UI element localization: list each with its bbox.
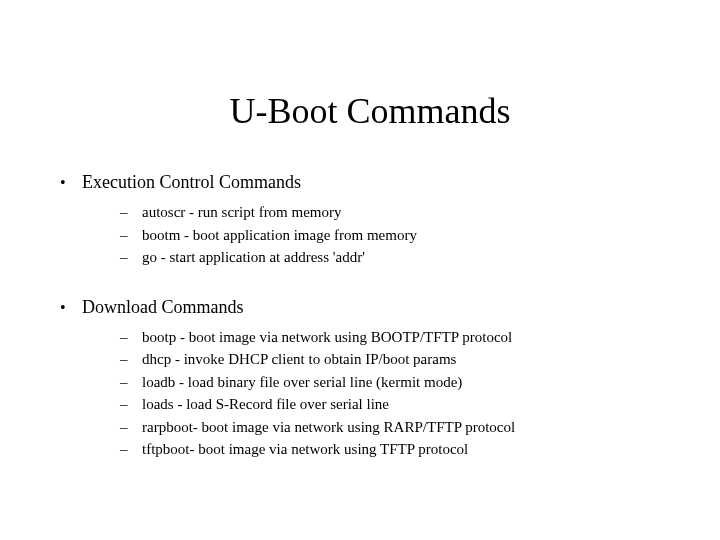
bullet-icon: • bbox=[60, 299, 82, 317]
item-text: dhcp - invoke DHCP client to obtain IP/b… bbox=[142, 348, 456, 371]
sub-list: – bootp - boot image via network using B… bbox=[120, 326, 680, 461]
dash-icon: – bbox=[120, 224, 142, 247]
section-title: Execution Control Commands bbox=[82, 172, 301, 193]
dash-icon: – bbox=[120, 348, 142, 371]
item-text: bootm - boot application image from memo… bbox=[142, 224, 417, 247]
section-heading: • Download Commands bbox=[60, 297, 680, 318]
list-item: – dhcp - invoke DHCP client to obtain IP… bbox=[120, 348, 680, 371]
dash-icon: – bbox=[120, 438, 142, 461]
bullet-icon: • bbox=[60, 174, 82, 192]
dash-icon: – bbox=[120, 246, 142, 269]
dash-icon: – bbox=[120, 326, 142, 349]
list-item: – loadb - load binary file over serial l… bbox=[120, 371, 680, 394]
sub-list: – autoscr - run script from memory – boo… bbox=[120, 201, 680, 269]
dash-icon: – bbox=[120, 371, 142, 394]
list-item: – bootm - boot application image from me… bbox=[120, 224, 680, 247]
list-item: – bootp - boot image via network using B… bbox=[120, 326, 680, 349]
sections: • Execution Control Commands – autoscr -… bbox=[60, 172, 680, 461]
section-title: Download Commands bbox=[82, 297, 244, 318]
section-download: • Download Commands – bootp - boot image… bbox=[60, 297, 680, 461]
list-item: – loads - load S-Record file over serial… bbox=[120, 393, 680, 416]
item-text: loadb - load binary file over serial lin… bbox=[142, 371, 462, 394]
dash-icon: – bbox=[120, 201, 142, 224]
section-heading: • Execution Control Commands bbox=[60, 172, 680, 193]
slide: U-Boot Commands • Execution Control Comm… bbox=[0, 0, 720, 540]
list-item: – tftpboot- boot image via network using… bbox=[120, 438, 680, 461]
section-execution-control: • Execution Control Commands – autoscr -… bbox=[60, 172, 680, 269]
item-text: tftpboot- boot image via network using T… bbox=[142, 438, 468, 461]
list-item: – autoscr - run script from memory bbox=[120, 201, 680, 224]
slide-title: U-Boot Commands bbox=[60, 90, 680, 132]
list-item: – rarpboot- boot image via network using… bbox=[120, 416, 680, 439]
dash-icon: – bbox=[120, 393, 142, 416]
item-text: loads - load S-Record file over serial l… bbox=[142, 393, 389, 416]
item-text: autoscr - run script from memory bbox=[142, 201, 342, 224]
dash-icon: – bbox=[120, 416, 142, 439]
item-text: rarpboot- boot image via network using R… bbox=[142, 416, 515, 439]
list-item: – go - start application at address 'add… bbox=[120, 246, 680, 269]
item-text: go - start application at address 'addr' bbox=[142, 246, 365, 269]
item-text: bootp - boot image via network using BOO… bbox=[142, 326, 512, 349]
